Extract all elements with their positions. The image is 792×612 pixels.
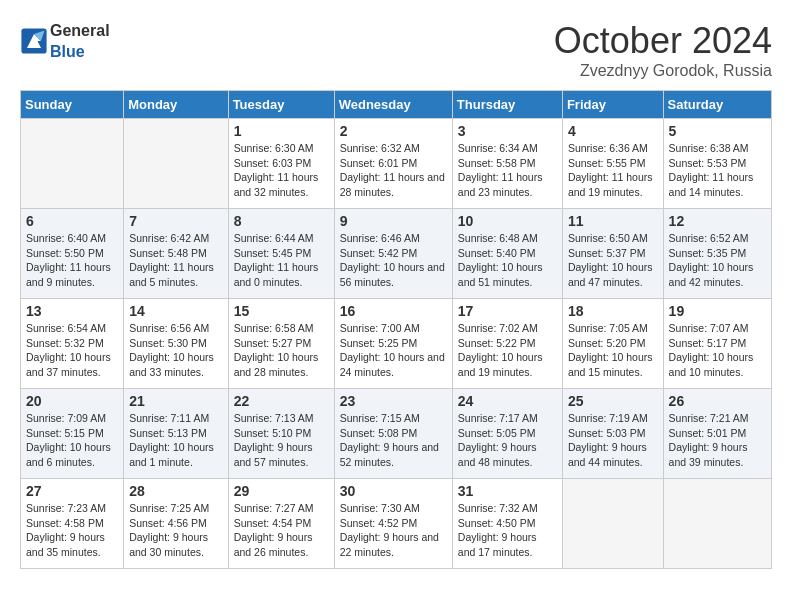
day-cell: 24Sunrise: 7:17 AMSunset: 5:05 PMDayligh… <box>452 389 562 479</box>
day-number: 5 <box>669 123 766 139</box>
day-cell: 29Sunrise: 7:27 AMSunset: 4:54 PMDayligh… <box>228 479 334 569</box>
logo: General Blue <box>20 20 110 62</box>
day-info: Sunrise: 6:58 AMSunset: 5:27 PMDaylight:… <box>234 322 319 378</box>
day-cell: 5Sunrise: 6:38 AMSunset: 5:53 PMDaylight… <box>663 119 771 209</box>
week-row-3: 13Sunrise: 6:54 AMSunset: 5:32 PMDayligh… <box>21 299 772 389</box>
day-number: 13 <box>26 303 118 319</box>
day-info: Sunrise: 6:48 AMSunset: 5:40 PMDaylight:… <box>458 232 543 288</box>
day-cell: 11Sunrise: 6:50 AMSunset: 5:37 PMDayligh… <box>562 209 663 299</box>
day-info: Sunrise: 6:30 AMSunset: 6:03 PMDaylight:… <box>234 142 319 198</box>
day-number: 27 <box>26 483 118 499</box>
day-cell: 27Sunrise: 7:23 AMSunset: 4:58 PMDayligh… <box>21 479 124 569</box>
day-cell <box>124 119 228 209</box>
week-row-1: 1Sunrise: 6:30 AMSunset: 6:03 PMDaylight… <box>21 119 772 209</box>
column-header-thursday: Thursday <box>452 91 562 119</box>
day-cell: 14Sunrise: 6:56 AMSunset: 5:30 PMDayligh… <box>124 299 228 389</box>
day-info: Sunrise: 7:30 AMSunset: 4:52 PMDaylight:… <box>340 502 439 558</box>
column-header-tuesday: Tuesday <box>228 91 334 119</box>
day-info: Sunrise: 6:32 AMSunset: 6:01 PMDaylight:… <box>340 142 445 198</box>
day-info: Sunrise: 7:23 AMSunset: 4:58 PMDaylight:… <box>26 502 106 558</box>
day-info: Sunrise: 7:25 AMSunset: 4:56 PMDaylight:… <box>129 502 209 558</box>
day-number: 29 <box>234 483 329 499</box>
day-cell: 1Sunrise: 6:30 AMSunset: 6:03 PMDaylight… <box>228 119 334 209</box>
day-info: Sunrise: 7:21 AMSunset: 5:01 PMDaylight:… <box>669 412 749 468</box>
day-cell: 31Sunrise: 7:32 AMSunset: 4:50 PMDayligh… <box>452 479 562 569</box>
day-cell: 4Sunrise: 6:36 AMSunset: 5:55 PMDaylight… <box>562 119 663 209</box>
day-cell: 19Sunrise: 7:07 AMSunset: 5:17 PMDayligh… <box>663 299 771 389</box>
day-cell: 30Sunrise: 7:30 AMSunset: 4:52 PMDayligh… <box>334 479 452 569</box>
day-info: Sunrise: 7:09 AMSunset: 5:15 PMDaylight:… <box>26 412 111 468</box>
day-number: 17 <box>458 303 557 319</box>
day-number: 24 <box>458 393 557 409</box>
logo-general: General <box>50 22 110 39</box>
day-number: 28 <box>129 483 222 499</box>
day-cell: 17Sunrise: 7:02 AMSunset: 5:22 PMDayligh… <box>452 299 562 389</box>
day-info: Sunrise: 6:52 AMSunset: 5:35 PMDaylight:… <box>669 232 754 288</box>
day-cell <box>562 479 663 569</box>
day-number: 20 <box>26 393 118 409</box>
day-cell: 20Sunrise: 7:09 AMSunset: 5:15 PMDayligh… <box>21 389 124 479</box>
day-info: Sunrise: 7:32 AMSunset: 4:50 PMDaylight:… <box>458 502 538 558</box>
day-number: 19 <box>669 303 766 319</box>
day-cell: 22Sunrise: 7:13 AMSunset: 5:10 PMDayligh… <box>228 389 334 479</box>
day-info: Sunrise: 6:34 AMSunset: 5:58 PMDaylight:… <box>458 142 543 198</box>
day-cell: 12Sunrise: 6:52 AMSunset: 5:35 PMDayligh… <box>663 209 771 299</box>
day-cell: 2Sunrise: 6:32 AMSunset: 6:01 PMDaylight… <box>334 119 452 209</box>
week-row-2: 6Sunrise: 6:40 AMSunset: 5:50 PMDaylight… <box>21 209 772 299</box>
day-number: 2 <box>340 123 447 139</box>
day-number: 7 <box>129 213 222 229</box>
day-info: Sunrise: 6:46 AMSunset: 5:42 PMDaylight:… <box>340 232 445 288</box>
day-number: 21 <box>129 393 222 409</box>
day-info: Sunrise: 7:15 AMSunset: 5:08 PMDaylight:… <box>340 412 439 468</box>
column-header-friday: Friday <box>562 91 663 119</box>
day-number: 30 <box>340 483 447 499</box>
day-info: Sunrise: 6:44 AMSunset: 5:45 PMDaylight:… <box>234 232 319 288</box>
location-title: Zvezdnyy Gorodok, Russia <box>554 62 772 80</box>
day-info: Sunrise: 7:00 AMSunset: 5:25 PMDaylight:… <box>340 322 445 378</box>
column-header-saturday: Saturday <box>663 91 771 119</box>
day-number: 31 <box>458 483 557 499</box>
page-header: General Blue October 2024 Zvezdnyy Gorod… <box>20 20 772 80</box>
day-number: 11 <box>568 213 658 229</box>
day-cell: 8Sunrise: 6:44 AMSunset: 5:45 PMDaylight… <box>228 209 334 299</box>
day-number: 23 <box>340 393 447 409</box>
day-number: 8 <box>234 213 329 229</box>
day-cell: 26Sunrise: 7:21 AMSunset: 5:01 PMDayligh… <box>663 389 771 479</box>
day-number: 16 <box>340 303 447 319</box>
day-number: 14 <box>129 303 222 319</box>
day-info: Sunrise: 7:02 AMSunset: 5:22 PMDaylight:… <box>458 322 543 378</box>
calendar-table: SundayMondayTuesdayWednesdayThursdayFrid… <box>20 90 772 569</box>
day-cell: 15Sunrise: 6:58 AMSunset: 5:27 PMDayligh… <box>228 299 334 389</box>
day-info: Sunrise: 6:50 AMSunset: 5:37 PMDaylight:… <box>568 232 653 288</box>
day-info: Sunrise: 7:19 AMSunset: 5:03 PMDaylight:… <box>568 412 648 468</box>
day-info: Sunrise: 7:05 AMSunset: 5:20 PMDaylight:… <box>568 322 653 378</box>
logo-blue: Blue <box>50 43 85 60</box>
day-number: 9 <box>340 213 447 229</box>
day-cell: 21Sunrise: 7:11 AMSunset: 5:13 PMDayligh… <box>124 389 228 479</box>
day-info: Sunrise: 7:27 AMSunset: 4:54 PMDaylight:… <box>234 502 314 558</box>
day-info: Sunrise: 7:17 AMSunset: 5:05 PMDaylight:… <box>458 412 538 468</box>
day-number: 10 <box>458 213 557 229</box>
day-number: 12 <box>669 213 766 229</box>
day-info: Sunrise: 6:38 AMSunset: 5:53 PMDaylight:… <box>669 142 754 198</box>
day-cell: 23Sunrise: 7:15 AMSunset: 5:08 PMDayligh… <box>334 389 452 479</box>
day-cell <box>663 479 771 569</box>
day-info: Sunrise: 6:42 AMSunset: 5:48 PMDaylight:… <box>129 232 214 288</box>
day-cell: 13Sunrise: 6:54 AMSunset: 5:32 PMDayligh… <box>21 299 124 389</box>
logo-icon <box>20 27 48 55</box>
day-cell: 18Sunrise: 7:05 AMSunset: 5:20 PMDayligh… <box>562 299 663 389</box>
day-cell: 7Sunrise: 6:42 AMSunset: 5:48 PMDaylight… <box>124 209 228 299</box>
day-cell: 6Sunrise: 6:40 AMSunset: 5:50 PMDaylight… <box>21 209 124 299</box>
column-header-sunday: Sunday <box>21 91 124 119</box>
day-number: 3 <box>458 123 557 139</box>
day-info: Sunrise: 7:07 AMSunset: 5:17 PMDaylight:… <box>669 322 754 378</box>
day-cell: 28Sunrise: 7:25 AMSunset: 4:56 PMDayligh… <box>124 479 228 569</box>
day-info: Sunrise: 7:13 AMSunset: 5:10 PMDaylight:… <box>234 412 314 468</box>
week-row-5: 27Sunrise: 7:23 AMSunset: 4:58 PMDayligh… <box>21 479 772 569</box>
day-info: Sunrise: 7:11 AMSunset: 5:13 PMDaylight:… <box>129 412 214 468</box>
day-number: 25 <box>568 393 658 409</box>
day-cell: 9Sunrise: 6:46 AMSunset: 5:42 PMDaylight… <box>334 209 452 299</box>
day-info: Sunrise: 6:54 AMSunset: 5:32 PMDaylight:… <box>26 322 111 378</box>
day-number: 15 <box>234 303 329 319</box>
week-row-4: 20Sunrise: 7:09 AMSunset: 5:15 PMDayligh… <box>21 389 772 479</box>
